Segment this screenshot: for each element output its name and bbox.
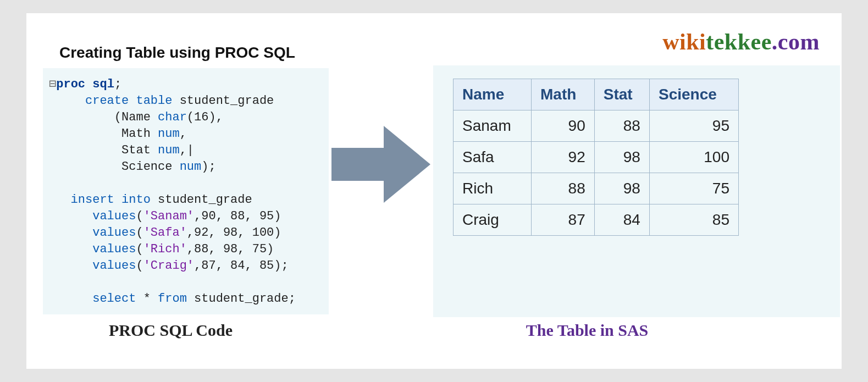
col-header-name: Name bbox=[454, 79, 532, 110]
kw-table: table bbox=[136, 94, 172, 108]
code-text: Science bbox=[49, 160, 180, 174]
cell-name: Rich bbox=[454, 173, 532, 204]
table-row: Sanam 90 88 95 bbox=[454, 110, 739, 142]
code-text: ( bbox=[136, 259, 143, 273]
kw-proc: proc bbox=[56, 77, 85, 91]
code-text: Stat bbox=[49, 143, 158, 157]
caption-left: PROC SQL Code bbox=[109, 321, 233, 340]
code-text bbox=[49, 193, 71, 207]
brand-part1: wiki bbox=[662, 29, 706, 54]
kw-sql: sql bbox=[85, 77, 114, 91]
code-text: student_grade bbox=[172, 94, 274, 108]
cell-name: Sanam bbox=[454, 110, 532, 142]
svg-marker-0 bbox=[331, 126, 430, 203]
code-text: , bbox=[180, 127, 187, 141]
code-text: , bbox=[194, 209, 201, 223]
kw-select: select bbox=[92, 292, 136, 306]
cell-science: 85 bbox=[649, 204, 738, 236]
table-row: Safa 92 98 100 bbox=[454, 142, 739, 173]
code-text: , bbox=[187, 242, 194, 256]
sql-code-box: ⊟proc sql; create table student_grade (N… bbox=[43, 68, 329, 314]
code-text: , bbox=[194, 259, 201, 273]
code-text: (Name bbox=[49, 110, 158, 124]
caption-right: The Table in SAS bbox=[444, 321, 730, 340]
code-text: ; bbox=[114, 77, 121, 91]
code-text: , bbox=[237, 242, 252, 256]
code-text: 88 bbox=[194, 242, 208, 256]
code-text: * bbox=[136, 292, 158, 306]
sas-output-table: Name Math Stat Science Sanam 90 88 95 Sa… bbox=[453, 79, 739, 236]
code-text: 87 bbox=[201, 259, 215, 273]
code-text bbox=[49, 226, 92, 240]
code-text: 90 bbox=[201, 209, 215, 223]
table-header-row: Name Math Stat Science bbox=[454, 79, 739, 110]
code-text: ( bbox=[136, 226, 143, 240]
code-text: 85 bbox=[259, 259, 274, 273]
code-text: ), bbox=[208, 110, 223, 124]
fold-toggle-icon: ⊟ bbox=[49, 77, 56, 91]
kw-num: num bbox=[180, 160, 202, 174]
code-text: , bbox=[208, 226, 223, 240]
kw-num: num bbox=[158, 127, 180, 141]
code-text bbox=[129, 94, 136, 108]
cell-math: 88 bbox=[532, 173, 595, 204]
text-cursor-icon: | bbox=[187, 143, 194, 157]
code-text: ); bbox=[201, 160, 215, 174]
slide-canvas: wikitekkee.com Creating Table using PROC… bbox=[26, 13, 842, 369]
code-text bbox=[49, 94, 85, 108]
code-text: ) bbox=[267, 242, 274, 256]
code-text: ); bbox=[274, 259, 288, 273]
str-lit: 'Sanam' bbox=[143, 209, 194, 223]
cell-math: 92 bbox=[532, 142, 595, 173]
str-lit: 'Craig' bbox=[143, 259, 194, 273]
str-lit: 'Safa' bbox=[143, 226, 187, 240]
col-header-stat: Stat bbox=[594, 79, 649, 110]
brand-part2: tekkee bbox=[706, 29, 772, 54]
code-text: , bbox=[237, 226, 252, 240]
code-text: 98 bbox=[223, 226, 237, 240]
brand-logo: wikitekkee.com bbox=[662, 29, 820, 55]
code-text: 92 bbox=[194, 226, 208, 240]
code-text: Math bbox=[49, 127, 158, 141]
col-header-math: Math bbox=[532, 79, 595, 110]
code-text: , bbox=[208, 242, 223, 256]
table-row: Rich 88 98 75 bbox=[454, 173, 739, 204]
kw-from: from bbox=[158, 292, 187, 306]
kw-num: num bbox=[158, 143, 180, 157]
sas-output-panel: Name Math Stat Science Sanam 90 88 95 Sa… bbox=[433, 65, 840, 317]
cell-name: Craig bbox=[454, 204, 532, 236]
cell-name: Safa bbox=[454, 142, 532, 173]
code-text: 100 bbox=[252, 226, 274, 240]
code-text bbox=[49, 259, 92, 273]
cell-stat: 84 bbox=[594, 204, 649, 236]
kw-values: values bbox=[92, 242, 136, 256]
code-text: , bbox=[245, 259, 259, 273]
code-text: ( bbox=[136, 209, 143, 223]
code-text: , bbox=[216, 259, 230, 273]
cell-stat: 88 bbox=[594, 110, 649, 142]
kw-into: into bbox=[121, 193, 151, 207]
cell-math: 87 bbox=[532, 204, 595, 236]
kw-values: values bbox=[92, 259, 136, 273]
code-text: ) bbox=[274, 226, 281, 240]
str-lit: 'Rich' bbox=[143, 242, 187, 256]
code-text: ( bbox=[187, 110, 194, 124]
kw-create: create bbox=[85, 94, 129, 108]
kw-values: values bbox=[92, 209, 136, 223]
code-text: student_grade; bbox=[187, 292, 296, 306]
code-text bbox=[114, 193, 121, 207]
code-text: 95 bbox=[259, 209, 274, 223]
brand-part3: .com bbox=[772, 29, 820, 54]
kw-insert: insert bbox=[71, 193, 114, 207]
code-text bbox=[49, 242, 92, 256]
arrow-right-icon bbox=[331, 123, 430, 206]
code-text: 16 bbox=[194, 110, 208, 124]
code-text: 98 bbox=[223, 242, 237, 256]
cell-science: 95 bbox=[649, 110, 738, 142]
table-row: Craig 87 84 85 bbox=[454, 204, 739, 236]
code-text: 84 bbox=[230, 259, 245, 273]
code-text: , bbox=[187, 226, 194, 240]
code-text: , bbox=[245, 209, 259, 223]
cell-math: 90 bbox=[532, 110, 595, 142]
code-text: ) bbox=[274, 209, 281, 223]
